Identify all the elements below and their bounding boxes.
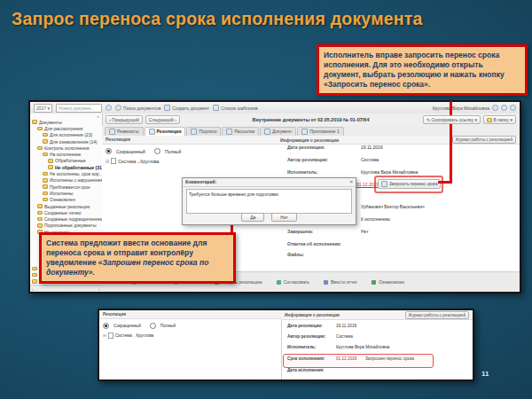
date-value: 19.11.2019 — [361, 145, 383, 150]
folder-icon — [43, 172, 48, 176]
sidebar-item[interactable]: Документы — [30, 119, 102, 125]
folder-icon — [37, 127, 43, 131]
ss-radio-short[interactable]: Сокращенный — [103, 323, 141, 329]
action-button[interactable]: Ввести отчет — [324, 279, 357, 285]
folder-icon — [43, 139, 48, 144]
action-icon — [277, 280, 281, 285]
gear-icon[interactable] — [492, 105, 498, 111]
sidebar-item-label: Созданные подразделением — [44, 216, 102, 222]
sidebar-hscrollbar[interactable]: ‹ › — [30, 285, 102, 292]
to-folder-button[interactable]: В папку ▾ — [483, 115, 516, 124]
sidebar-item[interactable]: Приближается срок — [30, 184, 102, 190]
templates-label: Список шаблонов — [221, 106, 257, 111]
tab-рассылка[interactable]: Рассылка — [222, 127, 259, 136]
sidebar-item[interactable]: На исполнение — [30, 151, 102, 157]
ss-resolution-tree-item[interactable]: ⊟ Система→Круглова — [99, 331, 281, 340]
ss-resolution-panel: Резолюция Сокращенный Полный ⊟ Система→К… — [99, 310, 282, 379]
tab-подписи[interactable]: Подписи — [186, 127, 221, 136]
help-icon[interactable] — [501, 105, 507, 111]
sidebar-item[interactable]: Созданные лично — [30, 209, 102, 215]
user-name[interactable]: Круглова Вера Михайловна — [433, 106, 489, 111]
result-screenshot: Резолюция Сокращенный Полный ⊟ Система→К… — [98, 309, 474, 381]
ss-journal-button[interactable]: Журнал работы с резолюцией — [405, 311, 469, 319]
previous-document-button[interactable]: ‹ Предыдущий — [106, 115, 143, 124]
folder-icon — [43, 192, 48, 196]
sidebar-item-label: Ознакомлен — [50, 197, 75, 202]
action-icon — [372, 280, 376, 285]
sidebar-item[interactable]: Выданные резолюции — [30, 203, 102, 209]
comment-textarea[interactable]: Требуется больше времени для подготовки — [186, 189, 352, 214]
completed-value: Нет — [361, 229, 369, 234]
year-select[interactable]: 2017 ▾ — [34, 104, 52, 113]
create-document-button[interactable]: Создать документ — [164, 105, 209, 111]
tab-icon — [264, 129, 270, 135]
sidebar-item[interactable]: Ознакомлен — [30, 197, 102, 203]
sidebar-item[interactable]: Подписанные документы — [30, 223, 102, 229]
scroll-left-icon[interactable]: ‹ — [32, 286, 34, 292]
document-navbar: ‹ Предыдущий Следующий › Внутренние доку… — [102, 113, 520, 127]
doc-number-input[interactable]: Номер докумен... — [56, 104, 102, 113]
action-button[interactable]: Согласовать — [277, 279, 309, 285]
due-date-link[interactable]: 01.12.2019 — [356, 182, 379, 187]
sidebar-item-label: Выданные резолюции — [44, 204, 90, 209]
sidebar-item[interactable]: Созданные подразделением — [30, 215, 102, 222]
tab-label: Подписи — [199, 128, 216, 136]
sidebar-item[interactable]: Для рассмотрения — [30, 125, 102, 131]
folder-icon — [43, 153, 48, 157]
search-documents-label: Поиск документов — [123, 106, 160, 111]
radio-full[interactable]: Полный — [154, 148, 181, 154]
magnifier-icon — [115, 105, 121, 111]
status-value: К исполнению — [361, 216, 390, 222]
sidebar-item[interactable]: Обработанные — [30, 158, 102, 164]
action-label: Согласовать — [284, 279, 309, 285]
folder-icon — [32, 120, 37, 124]
sidebar-item-label: Для ознакомления (14) — [50, 139, 98, 145]
search-icon[interactable] — [106, 105, 112, 111]
info-row-label: Исполнитель: — [287, 345, 317, 349]
search-documents-button[interactable]: Поиск документов — [115, 105, 160, 111]
folder-icon — [43, 198, 48, 202]
next-document-button[interactable]: Следующий › — [145, 115, 180, 124]
sidebar-item-label: Приближается срок — [50, 184, 90, 190]
tab-icon — [301, 129, 308, 135]
mark-label: Отметка об исполнении: — [287, 241, 341, 246]
sidebar-item-label: Созданные лично — [44, 210, 81, 215]
journal-button[interactable]: Журнал работы с резолюцией — [452, 136, 516, 144]
copy-link-button[interactable]: ✎ Скопировать ссылку ▾ — [423, 115, 481, 124]
close-icon[interactable]: × — [349, 178, 353, 186]
logout-icon[interactable] — [510, 105, 516, 111]
tab-реквизиты[interactable]: Реквизиты — [105, 127, 144, 136]
tab-резолюции[interactable]: Резолюции — [145, 127, 186, 136]
sidebar-item[interactable]: Для ознакомления (14) — [30, 138, 102, 145]
action-button[interactable]: Ознакомлен — [372, 279, 404, 285]
ss-radio-full[interactable]: Полный — [150, 323, 176, 329]
radio-short[interactable]: Сокращенный — [106, 148, 145, 154]
tab-приложение 1[interactable]: Приложение 1 — [297, 127, 344, 136]
author-label: Автор резолюции: — [287, 157, 328, 162]
comment-dialog: Комментарий: × Требуется больше времени … — [182, 177, 356, 225]
sidebar-item[interactable]: Не обработанные (31) — [30, 164, 102, 170]
callout-request-transfer: Исполнитель вправе запросить перенос сро… — [317, 44, 528, 96]
executor-label: Исполнитель: — [287, 169, 318, 175]
deadline-row-highlight — [283, 354, 434, 368]
templates-button[interactable]: Список шаблонов — [213, 105, 257, 111]
radio-full-icon — [154, 148, 160, 154]
tab-документ[interactable]: Документ — [260, 127, 296, 136]
yes-button[interactable]: Да — [241, 213, 264, 222]
sidebar-item[interactable]: Для исполнения (23) — [30, 132, 102, 138]
sidebar-item[interactable]: Исполнены — [30, 190, 102, 196]
no-button[interactable]: Нет — [271, 213, 297, 222]
page-title: Запрос переноса срока исполнения докумен… — [12, 9, 423, 29]
scroll-right-icon[interactable]: › — [98, 286, 100, 292]
resolution-tree-item[interactable]: ⊟ Система→Круглова — [102, 156, 277, 166]
connector-line-vertical-top — [450, 101, 452, 183]
sidebar-item[interactable]: Не исполнены, срок кор… — [30, 170, 102, 176]
request-transfer-button[interactable]: Запросить перенос срока — [378, 179, 441, 189]
info-row-value: Система — [336, 334, 353, 339]
calendar-icon — [381, 181, 387, 187]
ss-left-header: Резолюция — [99, 310, 281, 319]
folder-icon — [48, 165, 53, 169]
sidebar-item[interactable]: Контроль исполнения — [30, 145, 102, 151]
sidebar-item[interactable]: Исполнены с нарушением… — [30, 177, 102, 184]
sidebar-item-label: Контроль исполнения — [44, 145, 90, 151]
